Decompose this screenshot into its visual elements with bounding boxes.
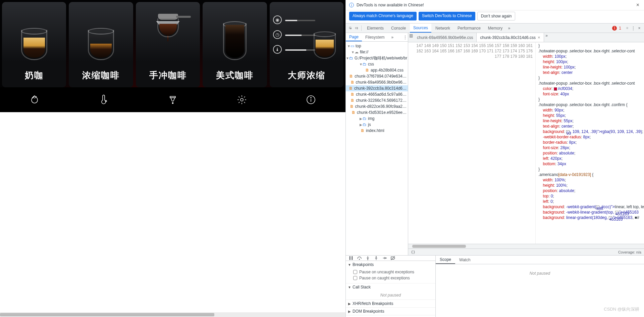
card-pourover[interactable]: 手冲咖啡 <box>136 2 200 87</box>
btn-dont-show[interactable]: Don't show again <box>477 12 516 20</box>
tree-file[interactable]: 🗎chunk-4665ad6d.5c97a86… <box>346 91 408 97</box>
card-label: 美式咖啡 <box>216 70 254 81</box>
section-dom[interactable]: ▶DOM Breakpoints <box>346 308 435 315</box>
section-header[interactable]: ▼Call Stack <box>346 283 435 291</box>
thermometer-icon[interactable]: 🌡 <box>273 45 282 54</box>
horizontal-scrollbar[interactable] <box>0 312 345 317</box>
tab-network[interactable]: Network <box>432 24 453 33</box>
tree-top[interactable]: ▼▭top <box>346 43 408 49</box>
svg-point-3 <box>240 98 243 101</box>
close-icon[interactable]: × <box>538 35 540 40</box>
step-over-icon[interactable] <box>357 256 362 261</box>
coffee-cards: 奶咖 浓缩咖啡 手冲咖啡 <box>0 0 345 87</box>
coverage-text: Coverage: n/a <box>618 250 641 254</box>
code-pane: ▥ chunk-69a49566.9b0be96e.css chunk-392c… <box>408 33 644 255</box>
inspect-icon[interactable] <box>348 26 353 31</box>
btn-switch-chinese[interactable]: Switch DevTools to Chinese <box>419 12 475 20</box>
tab-console[interactable]: Console <box>388 24 409 33</box>
filetab[interactable]: chunk-69a49566.9b0be96e.css <box>414 33 477 42</box>
step-icon[interactable] <box>382 256 387 261</box>
callstack-empty: Not paused <box>346 291 435 300</box>
svg-rect-11 <box>350 256 351 260</box>
chk-pause-uncaught[interactable]: Pause on uncaught exceptions <box>353 269 433 275</box>
pretty-print-icon[interactable]: {} <box>411 250 415 254</box>
language-banner-buttons: Always match Chrome's language Switch De… <box>346 10 644 24</box>
debugger-panels: ▼Breakpoints Pause on uncaught exception… <box>346 256 436 317</box>
gear-icon <box>236 94 247 105</box>
tab-watch[interactable]: Watch <box>455 256 475 264</box>
section-header[interactable]: ▼Breakpoints <box>346 261 435 268</box>
subtab-filesystem[interactable]: Filesystem <box>362 33 388 41</box>
tree-file[interactable]: 🗎chunk-f3d5301e.e9526ee… <box>346 109 408 116</box>
code-horizontal-scrollbar[interactable] <box>408 244 644 248</box>
cup-americano <box>218 20 252 60</box>
svg-rect-9 <box>357 27 358 29</box>
close-icon[interactable]: × <box>635 2 641 8</box>
device-icon[interactable] <box>354 26 359 31</box>
tab-sources[interactable]: Sources <box>410 24 431 33</box>
svg-point-13 <box>359 259 360 260</box>
card-espresso[interactable]: 浓缩咖啡 <box>69 2 133 87</box>
step-into-icon[interactable] <box>365 256 370 261</box>
card-milk-coffee[interactable]: 奶咖 <box>2 2 66 87</box>
close-devtools-icon[interactable]: × <box>637 26 642 31</box>
tree-file[interactable]: 🗎app.4b28b804.css <box>346 67 408 73</box>
tab-scope[interactable]: Scope <box>436 256 455 264</box>
tree-file[interactable]: 🗎index.html <box>346 128 408 134</box>
tree-folder-img[interactable]: ▶🗀img <box>346 116 408 122</box>
master-sliders: ◉ ◷ 🌡 <box>273 15 282 54</box>
subtab-page[interactable]: Page <box>346 33 362 41</box>
section-xhr[interactable]: ▶XHR/fetch Breakpoints <box>346 300 435 307</box>
bottom-toolbar <box>0 87 345 112</box>
navigator-subtabs: Page Filesystem » ⋮ <box>346 33 408 42</box>
filetab-active[interactable]: chunk-392ccb3a.80c314d6.css× <box>477 33 544 42</box>
tree-folder-css[interactable]: ▼🗀css <box>346 61 408 67</box>
btn-match-language[interactable]: Always match Chrome's language <box>349 12 417 20</box>
clock-icon[interactable]: ◷ <box>273 30 282 39</box>
tree-folder-js[interactable]: ▶🗀js <box>346 122 408 128</box>
step-out-icon[interactable] <box>374 256 379 261</box>
card-americano[interactable]: 美式咖啡 <box>203 2 267 87</box>
code-editor[interactable]: 147 148 149 150 151 152 153 154 155 156 … <box>408 42 644 244</box>
info-button[interactable] <box>276 87 345 112</box>
kebab-icon[interactable]: ⋮ <box>631 26 636 31</box>
tree-file[interactable]: 🗎chunk-37f67894.0749e634… <box>346 73 408 79</box>
card-master-espresso[interactable]: ◉ ◷ 🌡 大师浓缩 <box>270 2 343 87</box>
pause-icon[interactable] <box>348 256 354 261</box>
tabs-overflow-icon[interactable]: » <box>506 26 512 31</box>
tree-origin[interactable]: ▼☁file:// <box>346 49 408 55</box>
scope-empty: Not paused <box>530 269 550 278</box>
language-banner: i DevTools is now available in Chinese! … <box>346 0 644 10</box>
rig-pourover <box>151 20 185 60</box>
settings-gear-icon[interactable] <box>625 26 630 31</box>
navigator-kebab-icon[interactable]: ⋮ <box>402 35 408 40</box>
error-badge[interactable]: 1 <box>612 26 617 31</box>
tree-file-selected[interactable]: 🗎chunk-392ccb3a.80c314d6… <box>346 85 408 91</box>
svg-point-6 <box>311 97 311 98</box>
subtab-more[interactable]: » <box>388 33 397 41</box>
tree-path[interactable]: ▼🗀G:/Project/咖啡机/web/web/br… <box>346 55 408 61</box>
tree-file[interactable]: 🗎chunk-69a49566.9b0be96… <box>346 79 408 85</box>
file-tree: ▼▭top ▼☁file:// ▼🗀G:/Project/咖啡机/web/web… <box>346 42 408 255</box>
gauge-icon[interactable]: ◉ <box>273 15 282 24</box>
tab-performance[interactable]: Performance <box>454 24 484 33</box>
section-global[interactable]: ▶Global Listeners <box>346 315 435 317</box>
filter-button[interactable] <box>138 87 207 112</box>
tab-memory[interactable]: Memory <box>485 24 506 33</box>
deactivate-breakpoints-icon[interactable] <box>390 256 395 261</box>
filetab-sidebar-icon[interactable]: ▥ <box>408 33 414 38</box>
tab-elements[interactable]: Elements <box>364 24 387 33</box>
tree-file[interactable]: 🗎chunk-d822ce36.90fc9aa2… <box>346 103 408 109</box>
steam-button[interactable] <box>0 87 69 112</box>
svg-point-0 <box>105 100 107 102</box>
tree-file[interactable]: 🗎chunk-32266c74.5696172… <box>346 97 408 103</box>
settings-button[interactable] <box>207 87 276 112</box>
temperature-button[interactable] <box>69 87 138 112</box>
svg-point-15 <box>376 256 377 257</box>
card-label: 大师浓缩 <box>288 70 325 81</box>
card-label: 浓缩咖啡 <box>82 70 120 81</box>
chk-pause-caught[interactable]: Pause on caught exceptions <box>353 275 433 281</box>
filetab-overflow-icon[interactable]: » <box>544 33 549 38</box>
steam-icon <box>29 94 40 105</box>
devtools: i DevTools is now available in Chinese! … <box>345 0 644 317</box>
